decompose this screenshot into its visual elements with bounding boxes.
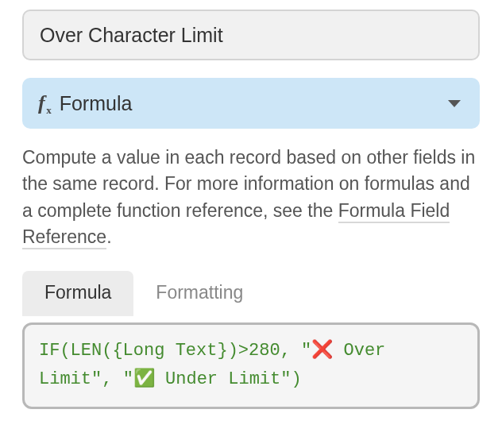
formula-token-fn: IF (39, 341, 60, 361)
formula-token-field: {Long Text} (112, 341, 227, 361)
formula-token-paren: ( (60, 341, 70, 361)
cross-mark-icon: ❌ (311, 339, 333, 359)
description-text-after: . (106, 226, 111, 247)
formula-token-num: 280 (249, 341, 280, 361)
formula-token-paren: ( (102, 341, 112, 361)
formula-token-comma: , (102, 369, 122, 389)
tab-formula[interactable]: Formula (22, 271, 133, 316)
editor-tabs: Formula Formatting (22, 271, 480, 316)
tab-formatting[interactable]: Formatting (133, 271, 265, 316)
check-mark-icon: ✅ (133, 368, 155, 388)
formula-token-fn: LEN (71, 341, 102, 361)
formula-token-comma: , (280, 341, 301, 361)
formula-token-str: " (123, 369, 133, 389)
field-type-select[interactable]: f Formula (22, 78, 480, 129)
formula-token-paren: ) (228, 341, 238, 361)
chevron-down-icon (448, 100, 461, 107)
formula-editor[interactable]: IF(LEN({Long Text})>280, "❌ Over Limit",… (22, 322, 480, 408)
field-name-input[interactable] (22, 10, 480, 60)
field-type-description: Compute a value in each record based on … (22, 145, 480, 250)
field-type-label: Formula (60, 92, 133, 115)
formula-token-str: " (280, 369, 291, 389)
formula-token-str: " (301, 341, 311, 361)
formula-token-op: > (238, 341, 249, 361)
formula-token-paren: ) (291, 369, 301, 389)
formula-token-str: " (91, 369, 102, 389)
formula-token-str: Under Limit (155, 369, 280, 389)
formula-fx-icon: f (38, 93, 45, 114)
